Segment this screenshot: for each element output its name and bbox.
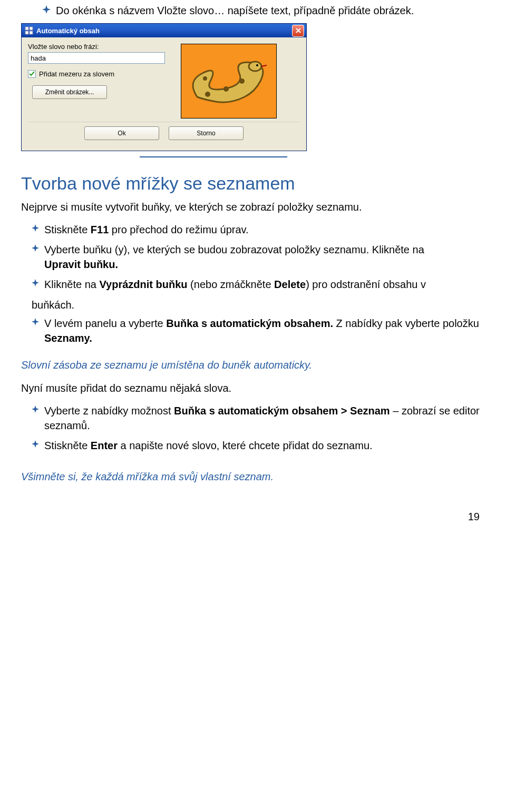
svg-point-10 <box>223 86 229 92</box>
page-number: 19 <box>21 511 480 523</box>
cancel-button[interactable]: Storno <box>169 126 244 140</box>
svg-point-7 <box>249 62 261 71</box>
change-image-button[interactable]: Změnit obrázek... <box>32 85 107 99</box>
snake-icon <box>181 44 276 118</box>
svg-marker-16 <box>32 279 39 286</box>
titlebar[interactable]: Automatický obsah <box>22 24 306 37</box>
phrase-input[interactable] <box>28 52 165 64</box>
close-icon <box>295 27 301 34</box>
star-icon <box>32 440 39 448</box>
star-icon <box>32 244 39 252</box>
bullet-text: Vyberte buňku (y), ve kterých se budou z… <box>44 242 424 272</box>
paragraph: Nyní musíte přidat do seznamu nějaká slo… <box>21 380 485 396</box>
bullet-text: Stiskněte F11 pro přechod do režimu úpra… <box>44 222 249 237</box>
svg-point-11 <box>239 78 245 84</box>
svg-marker-15 <box>32 244 39 252</box>
ok-button[interactable]: Ok <box>84 126 159 140</box>
bullet-item: Vyberte buňku (y), ve kterých se budou z… <box>32 242 485 272</box>
svg-line-13 <box>261 65 267 66</box>
svg-marker-14 <box>32 224 39 232</box>
svg-point-8 <box>256 64 258 66</box>
svg-marker-0 <box>42 5 51 14</box>
button-label: Změnit obrázek... <box>45 88 94 96</box>
bullet-item: Stiskněte F11 pro přechod do režimu úpra… <box>32 222 485 237</box>
app-icon <box>25 26 33 35</box>
image-preview <box>181 44 277 118</box>
star-icon <box>32 318 39 325</box>
svg-marker-17 <box>32 318 39 325</box>
svg-rect-1 <box>25 27 28 30</box>
close-button[interactable] <box>292 25 304 37</box>
bullet-text: V levém panelu a vyberte Buňka s automat… <box>44 316 485 345</box>
note-italic: Slovní zásoba ze seznamu je umístěna do … <box>21 357 485 373</box>
star-icon <box>42 5 51 14</box>
svg-marker-18 <box>32 405 39 413</box>
star-icon <box>32 224 39 232</box>
button-label: Ok <box>118 130 125 137</box>
bullet-item: Stiskněte Enter a napište nové slovo, kt… <box>32 438 485 453</box>
bullet-text: Stiskněte Enter a napište nové slovo, kt… <box>44 438 373 453</box>
bullet-text: Do okénka s názvem Vložte slovo… napíšet… <box>56 3 414 18</box>
svg-point-12 <box>203 76 207 81</box>
bullet-item: Do okénka s názvem Vložte slovo… napíšet… <box>42 3 485 18</box>
bullet-item: V levém panelu a vyberte Buňka s automat… <box>32 316 485 345</box>
star-icon <box>32 405 39 413</box>
divider <box>140 154 287 157</box>
dialog-title: Automatický obsah <box>36 27 292 35</box>
paragraph: Nejprve si musíte vytvořit buňky, ve kte… <box>21 199 485 215</box>
svg-point-9 <box>205 92 210 97</box>
field-label: Vložte slovo nebo frázi: <box>28 43 165 51</box>
star-icon <box>32 279 39 286</box>
svg-marker-19 <box>32 440 39 448</box>
check-icon <box>29 71 35 77</box>
checkbox-label: Přidat mezeru za slovem <box>39 70 114 78</box>
button-label: Storno <box>197 130 215 137</box>
bullet-text: Vyberte z nabídky možnost Buňka s automa… <box>44 403 485 433</box>
bullet-continuation: buňkách. <box>32 297 485 313</box>
svg-rect-2 <box>30 27 33 30</box>
bullet-text: Klikněte na Vyprázdnit buňku (nebo zmáčk… <box>44 277 426 292</box>
svg-rect-3 <box>25 31 28 34</box>
bullet-item: Klikněte na Vyprázdnit buňku (nebo zmáčk… <box>32 277 485 292</box>
bullet-item: Vyberte z nabídky možnost Buňka s automa… <box>32 403 485 433</box>
note-italic: Všimněte si, že každá mřížka má svůj vla… <box>21 469 485 484</box>
add-space-checkbox[interactable] <box>28 70 36 78</box>
dialog-window: Automatický obsah Vložte slovo nebo fráz… <box>21 23 307 151</box>
svg-rect-4 <box>30 31 33 34</box>
section-heading: Tvorba nové mřížky se seznamem <box>21 173 485 194</box>
